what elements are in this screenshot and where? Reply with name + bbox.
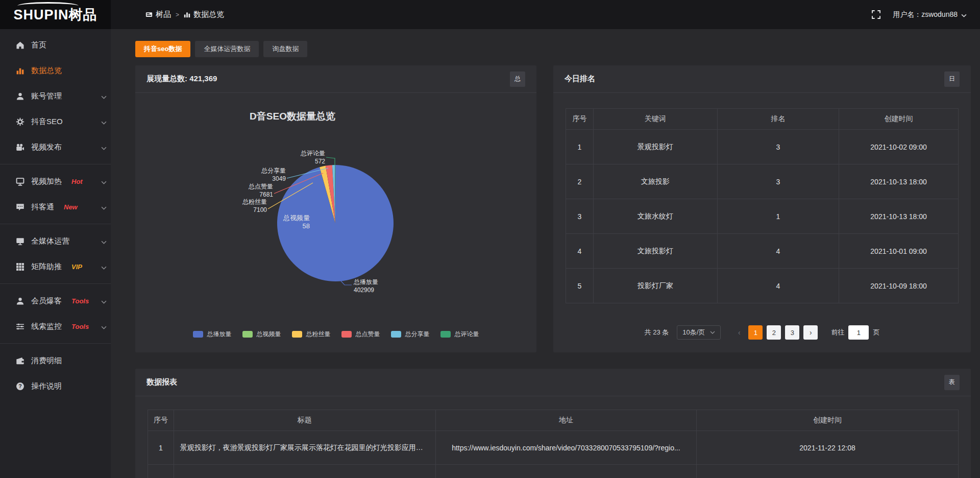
total-mode-button[interactable]: 总	[510, 71, 525, 87]
table-header-row: 序号 关键词 排名 创建时间	[566, 109, 959, 130]
chevron-down-icon	[101, 262, 107, 271]
new-badge: New	[64, 203, 78, 211]
breadcrumb-root[interactable]: 树品	[145, 10, 171, 19]
sidebar-item-spend-detail[interactable]: 消费明细	[0, 348, 111, 373]
sidebar-item-home[interactable]: 首页	[0, 32, 111, 58]
sidebar-item-label: 线索监控	[31, 322, 62, 331]
tab-inquiry-data[interactable]: 询盘数据	[263, 41, 307, 57]
svg-text:?: ?	[18, 383, 21, 389]
ranking-table: 序号 关键词 排名 创建时间 1 景观投影灯 3 2021-10-02 09:0…	[566, 108, 959, 303]
table-cell: 2021-10-01 09:00	[839, 234, 959, 269]
chevron-down-icon	[101, 117, 107, 126]
table-cell: 4	[566, 234, 594, 269]
breadcrumb-current[interactable]: 数据总览	[184, 10, 224, 19]
sidebar-item-help[interactable]: ? 操作说明	[0, 373, 111, 399]
table-cell: 2021-10-02 09:00	[839, 130, 959, 164]
legend-swatch	[193, 331, 203, 338]
table-cell	[148, 465, 174, 478]
pagination-total: 共 23 条	[645, 328, 669, 337]
chevron-down-icon	[101, 203, 107, 211]
top-header: SHUPIN树品 树品 > 数据总览 用户名：zswodun88	[0, 0, 980, 29]
sidebar-item-data-overview[interactable]: 数据总览	[0, 58, 111, 83]
page-button-2[interactable]: 2	[767, 325, 781, 340]
table-cell: 2021-10-13 18:00	[839, 199, 959, 234]
column-header: 关键词	[593, 109, 717, 130]
video-url-link[interactable]: https://www.iesdouyin.com/share/video/70…	[435, 431, 696, 465]
sidebar-item-label: 矩阵助推	[31, 262, 62, 272]
tools-badge: Tools	[71, 323, 89, 330]
sidebar-item-doukertong[interactable]: 抖客通 New	[0, 194, 111, 220]
page-size-select[interactable]: 10条/页	[677, 325, 721, 340]
video-title-cell: 景观投影灯，夜游景观投影灯厂家展示展示落花灯在花园里的灯光投影应用效果 #	[174, 431, 435, 465]
today-ranking-panel: 今日排名 日 序号 关键词 排名 创建时间 1 景观投影灯	[553, 65, 971, 352]
table-cell: 4	[717, 269, 839, 303]
table-cell: 3	[717, 130, 839, 164]
breadcrumb-separator: >	[176, 11, 179, 18]
table-cell: 3	[717, 164, 839, 199]
sidebar-item-lead-monitor[interactable]: 线索监控 Tools	[0, 314, 111, 339]
breadcrumb: 树品 > 数据总览	[145, 0, 224, 29]
tab-omnimedia-data[interactable]: 全媒体运营数据	[195, 41, 259, 57]
sidebar-item-label: 全媒体运营	[31, 236, 69, 246]
table-cell: 2021-10-09 18:00	[839, 269, 959, 303]
sidebar-item-label: 首页	[31, 40, 46, 50]
sidebar-item-omnimedia[interactable]: 全媒体运营	[0, 228, 111, 254]
monitor-icon	[16, 237, 24, 246]
table-cell	[174, 465, 435, 478]
legend-item-likes[interactable]: 总点赞量	[341, 330, 380, 339]
page-button-3[interactable]: 3	[785, 325, 799, 340]
sliders-icon	[16, 322, 24, 331]
chat-icon	[16, 203, 24, 211]
sidebar-item-video-heat[interactable]: 视频加热 Hot	[0, 169, 111, 194]
home-icon	[16, 41, 24, 50]
seo-chart-panel: 展现量总数: 421,369 总 D音SEO数据量总览	[135, 65, 536, 352]
table-cell: 5	[566, 269, 594, 303]
prev-page-button[interactable]: ‹	[734, 328, 744, 337]
pie-label-likes: 总点赞量7681	[232, 182, 273, 199]
table-row: 3 文旅水纹灯 1 2021-10-13 18:00	[566, 199, 959, 234]
goto-page-input[interactable]	[848, 325, 869, 340]
legend-swatch	[391, 331, 401, 338]
sidebar-item-label: 消费明细	[31, 356, 62, 366]
pie-label-videos: 总视频量58	[269, 214, 310, 230]
sidebar-divider	[0, 283, 111, 284]
table-row: 1 景观投影灯 3 2021-10-02 09:00	[566, 130, 959, 164]
next-page-button[interactable]: ›	[803, 325, 818, 340]
tab-douyin-seo-data[interactable]: 抖音seo数据	[135, 41, 190, 57]
legend-item-shares[interactable]: 总分享量	[391, 330, 430, 339]
user-menu[interactable]: 用户名：zswodun88	[893, 10, 967, 19]
sidebar-item-account[interactable]: 账号管理	[0, 83, 111, 109]
video-camera-icon	[16, 143, 24, 152]
table-cell: 4	[717, 234, 839, 269]
sidebar-divider	[0, 164, 111, 164]
chevron-down-icon	[101, 177, 107, 186]
legend-swatch	[292, 331, 302, 338]
legend-swatch	[440, 331, 451, 338]
sidebar-divider	[0, 224, 111, 224]
table-mode-button[interactable]: 表	[944, 375, 960, 390]
sidebar-item-douyin-seo[interactable]: 抖音SEO	[0, 109, 111, 134]
sidebar-item-member-baoke[interactable]: 会员爆客 Tools	[0, 288, 111, 314]
day-mode-button[interactable]: 日	[944, 71, 960, 87]
table-cell: 1	[148, 431, 174, 465]
table-cell: 1	[566, 130, 594, 164]
legend-item-videos[interactable]: 总视频量	[242, 330, 281, 339]
logo-text: SHUPIN树品	[13, 6, 97, 24]
sidebar-item-label: 操作说明	[31, 381, 62, 391]
legend-item-plays[interactable]: 总播放量	[193, 330, 232, 339]
username-label: 用户名：zswodun88	[893, 10, 958, 19]
sidebar-item-matrix-boost[interactable]: 矩阵助推 VIP	[0, 254, 111, 279]
table-row: 4 文旅投影灯 4 2021-10-01 09:00	[566, 234, 959, 269]
page-button-1[interactable]: 1	[748, 325, 763, 340]
ranking-panel-title: 今日排名	[565, 74, 595, 84]
hot-badge: Hot	[71, 178, 83, 185]
fullscreen-icon[interactable]	[872, 10, 880, 19]
sidebar-item-video-publish[interactable]: 视频发布	[0, 134, 111, 160]
legend-item-fans[interactable]: 总粉丝量	[292, 330, 331, 339]
column-header: 序号	[566, 109, 594, 130]
legend-item-comments[interactable]: 总评论量	[440, 330, 479, 339]
table-cell: 1	[717, 199, 839, 234]
sidebar-divider	[0, 343, 111, 344]
column-header: 创建时间	[697, 410, 959, 431]
pie-label-plays: 总播放量402909	[354, 278, 400, 294]
